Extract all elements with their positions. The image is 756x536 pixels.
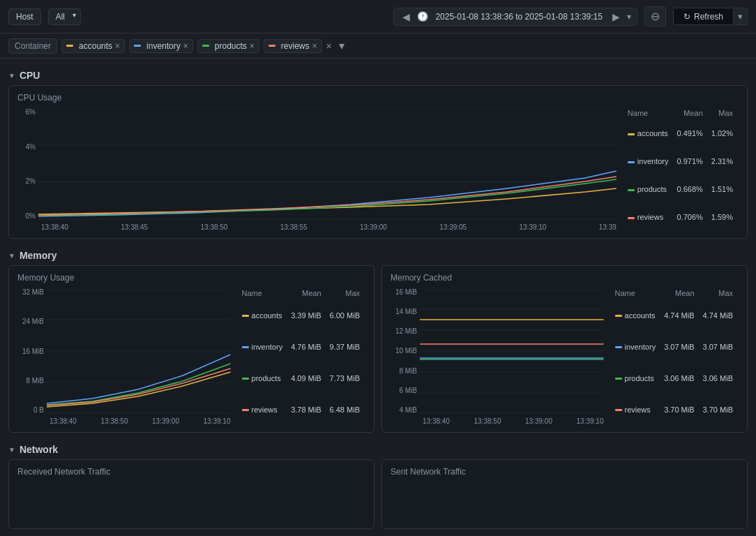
cpu-svg-wrap [38,108,617,222]
memory-usage-panel: Memory Usage 32 MiB 24 MiB 16 MiB 8 MiB … [8,265,375,433]
cache-x-3: 13:39:00 [525,417,552,425]
mem-usage-legend-row-inventory: inventory 4.76 MiB 9.37 MiB [239,331,365,362]
mem-legend-mean-h: Mean [288,288,326,299]
mem-legend-name-h: Name [239,288,289,299]
remove-products-button[interactable]: × [250,41,255,51]
mem-usage-legend-max-reviews: 6.48 MiB [327,394,365,425]
memory-section-label: Memory [20,250,57,261]
memory-usage-svg [47,288,231,414]
cache-y-4: 4 MiB [391,406,417,414]
memory-usage-x-labels: 13:38:40 13:38:50 13:39:00 13:39:10 [50,417,231,425]
time-dropdown-icon[interactable]: ▾ [627,12,631,22]
mem-usage-legend-max-inventory: 9.37 MiB [327,331,365,362]
mem-usage-legend-name-inventory: inventory [239,331,289,362]
mem-usage-legend-row-accounts: accounts 3.39 MiB 6.00 MiB [239,299,365,331]
mem-x-4: 13:39:10 [204,417,231,425]
cpu-legend-mean-products: 0.668% [674,175,708,203]
mem-x-3: 13:39:00 [152,417,179,425]
cpu-legend: Name Mean Max accounts 0.491% 1.02% inve… [625,108,739,231]
cache-y-16: 16 MiB [391,288,417,296]
cpu-legend-name-header: Name [625,108,674,119]
memory-usage-axis-chart: 32 MiB 24 MiB 16 MiB 8 MiB 0 B [17,288,231,425]
accounts-tag-label: accounts [79,41,112,51]
cpu-y-labels: 6% 4% 2% 0% [17,108,38,220]
mem-cached-legend-row-products: products 3.06 MiB 3.06 MiB [612,362,739,394]
memory-chevron-icon: ▼ [8,252,15,260]
remove-reviews-button[interactable]: × [312,41,317,51]
mem-cached-legend-max-products: 3.06 MiB [700,362,739,394]
refresh-button[interactable]: ↻ Refresh [673,8,734,25]
mem-usage-legend-max-accounts: 6.00 MiB [327,299,365,331]
filter-more-button[interactable]: ▾ [336,38,347,54]
remove-inventory-button[interactable]: × [183,41,188,51]
cache-x-4: 13:39:10 [577,417,604,425]
memory-usage-y-labels: 32 MiB 24 MiB 16 MiB 8 MiB 0 B [17,288,47,414]
mem-usage-legend-mean-products: 4.09 MiB [288,362,326,394]
filterbar: Container accounts × inventory × product… [0,34,756,59]
cache-legend-name-h: Name [612,288,662,299]
mem-cached-legend-row-accounts: accounts 4.74 MiB 4.74 MiB [612,299,739,331]
memory-cached-area: 16 MiB 14 MiB 12 MiB 10 MiB 8 MiB 6 MiB … [391,288,739,425]
cpu-section-label: CPU [20,70,40,81]
memory-section-header[interactable]: ▼ Memory [8,246,748,265]
network-chevron-icon: ▼ [8,446,15,454]
cpu-legend-mean-inventory: 0.971% [674,147,708,175]
mem-cached-legend-mean-products: 3.06 MiB [661,362,700,394]
network-section-label: Network [20,444,58,455]
mem-usage-legend-mean-inventory: 4.76 MiB [288,331,326,362]
zoom-out-button[interactable]: ⊖ [644,6,666,27]
cpu-legend-max-inventory: 2.31% [709,147,739,175]
filter-tag-products: products × [197,39,259,53]
products-tag-label: products [215,41,247,51]
topbar: Host All ◀ 🕐 2025-01-08 13:38:36 to 2025… [0,0,756,34]
cpu-x-5: 13:39:00 [360,223,387,231]
cpu-x-7: 13:39:10 [520,223,547,231]
mem-cached-legend-name-accounts: accounts [612,299,662,331]
prev-arrow[interactable]: ◀ [400,11,413,22]
filter-tag-accounts: accounts × [61,39,125,53]
next-arrow[interactable]: ▶ [610,11,623,22]
memory-cached-y-labels: 16 MiB 14 MiB 12 MiB 10 MiB 8 MiB 6 MiB … [391,288,420,414]
mem-usage-legend-name-accounts: accounts [239,299,289,331]
cpu-legend-name-inventory: inventory [625,147,674,175]
memory-cached-panel: Memory Cached 16 MiB 14 MiB 12 MiB 10 Mi… [381,265,748,433]
memory-usage-title: Memory Usage [17,273,365,283]
sent-traffic-title: Sent Network Traffic [391,467,739,477]
cpu-chart-inner: 6% 4% 2% 0% [17,108,617,222]
memory-cached-svg-wrap [420,288,604,416]
cpu-legend-max-products: 1.51% [709,175,739,203]
cpu-section-header[interactable]: ▼ CPU [8,66,748,85]
cpu-y-4: 4% [17,143,36,151]
mem-usage-legend-max-products: 7.73 MiB [327,362,365,394]
mem-usage-legend-mean-accounts: 3.39 MiB [288,299,326,331]
cpu-y-2: 2% [17,177,36,185]
memory-usage-area: 32 MiB 24 MiB 16 MiB 8 MiB 0 B [17,288,365,425]
cpu-legend-max-reviews: 1.59% [709,203,739,231]
all-button[interactable]: All [48,8,81,25]
clear-all-filters-button[interactable]: × [326,40,332,52]
cache-legend-max-h: Max [700,288,739,299]
cpu-usage-title: CPU Usage [17,93,739,103]
cache-y-6: 6 MiB [391,387,417,394]
remove-accounts-button[interactable]: × [115,41,120,51]
mem-cached-legend-max-accounts: 4.74 MiB [700,299,739,331]
cpu-legend-name-products: products [625,175,674,203]
memory-cached-x-labels: 13:38:40 13:38:50 13:39:00 13:39:10 [423,417,604,425]
network-section-header[interactable]: ▼ Network [8,440,748,459]
mem-y-0: 0 B [17,406,44,414]
refresh-dropdown-button[interactable]: ▾ [734,8,748,25]
time-nav: ◀ 🕐 2025-01-08 13:38:36 to 2025-01-08 13… [393,8,637,26]
cpu-legend-mean-header: Mean [674,108,708,119]
memory-cached-legend: Name Mean Max accounts 4.74 MiB 4.74 MiB… [612,288,739,425]
cache-y-10: 10 MiB [391,347,417,355]
memory-usage-svg-wrap [47,288,231,416]
host-button[interactable]: Host [8,8,41,25]
cpu-legend-row-reviews: reviews 0.706% 1.59% [625,203,739,231]
cpu-chart-svg [38,108,617,220]
cpu-legend-row-inventory: inventory 0.971% 2.31% [625,147,739,175]
cpu-legend-row-accounts: accounts 0.491% 1.02% [625,119,739,147]
refresh-group: ↻ Refresh ▾ [673,8,748,25]
cpu-legend-max-accounts: 1.02% [709,119,739,147]
main-content: ▼ CPU CPU Usage 6% 4% 2% 0% [0,59,756,536]
cpu-y-6: 6% [17,108,36,116]
